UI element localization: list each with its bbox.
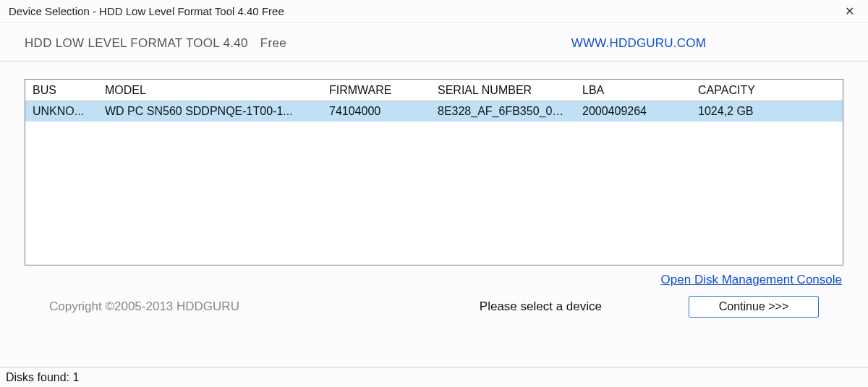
window-title: Device Selection - HDD Low Level Format …: [9, 5, 284, 17]
website-link[interactable]: WWW.HDDGURU.COM: [571, 36, 706, 51]
cell-serial: 8E328_AF_6FB350_00...: [430, 105, 575, 118]
cell-lba: 2000409264: [575, 105, 691, 118]
app-name: HDD LOW LEVEL FORMAT TOOL 4.40 Free: [25, 36, 286, 51]
cell-capacity: 1024,2 GB: [691, 105, 835, 118]
device-table[interactable]: BUS MODEL FIRMWARE SERIAL NUMBER LBA CAP…: [25, 79, 843, 265]
copyright-text: Copyright ©2005-2013 HDDGURU: [49, 299, 239, 314]
app-name-free: Free: [260, 36, 286, 50]
close-button[interactable]: ✕: [835, 1, 864, 22]
table-header: BUS MODEL FIRMWARE SERIAL NUMBER LBA CAP…: [25, 80, 843, 101]
header-row: HDD LOW LEVEL FORMAT TOOL 4.40 Free WWW.…: [0, 23, 868, 56]
app-name-main: HDD LOW LEVEL FORMAT TOOL 4.40: [25, 36, 248, 50]
col-model[interactable]: MODEL: [98, 84, 322, 97]
select-prompt: Please select a device: [480, 299, 602, 314]
cell-bus: UNKNO...: [25, 105, 98, 118]
disks-found-text: Disks found: 1: [6, 371, 79, 384]
footer-row: Copyright ©2005-2013 HDDGURU Please sele…: [25, 287, 843, 331]
titlebar[interactable]: Device Selection - HDD Low Level Format …: [0, 0, 868, 23]
window: Device Selection - HDD Low Level Format …: [0, 0, 868, 387]
col-bus[interactable]: BUS: [25, 84, 98, 97]
cell-firmware: 74104000: [322, 105, 430, 118]
continue-button[interactable]: Continue >>>: [689, 296, 819, 318]
below-table: Open Disk Management Console: [25, 265, 843, 287]
body-area: BUS MODEL FIRMWARE SERIAL NUMBER LBA CAP…: [0, 61, 868, 367]
close-icon: ✕: [845, 4, 854, 18]
col-capacity[interactable]: CAPACITY: [691, 84, 835, 97]
col-firmware[interactable]: FIRMWARE: [322, 84, 430, 97]
statusbar: Disks found: 1: [0, 367, 868, 387]
open-disk-management-link[interactable]: Open Disk Management Console: [661, 273, 842, 287]
cell-model: WD PC SN560 SDDPNQE-1T00-1...: [98, 105, 322, 118]
col-serial[interactable]: SERIAL NUMBER: [430, 84, 575, 97]
table-row[interactable]: UNKNO... WD PC SN560 SDDPNQE-1T00-1... 7…: [25, 101, 843, 122]
col-lba[interactable]: LBA: [575, 84, 691, 97]
